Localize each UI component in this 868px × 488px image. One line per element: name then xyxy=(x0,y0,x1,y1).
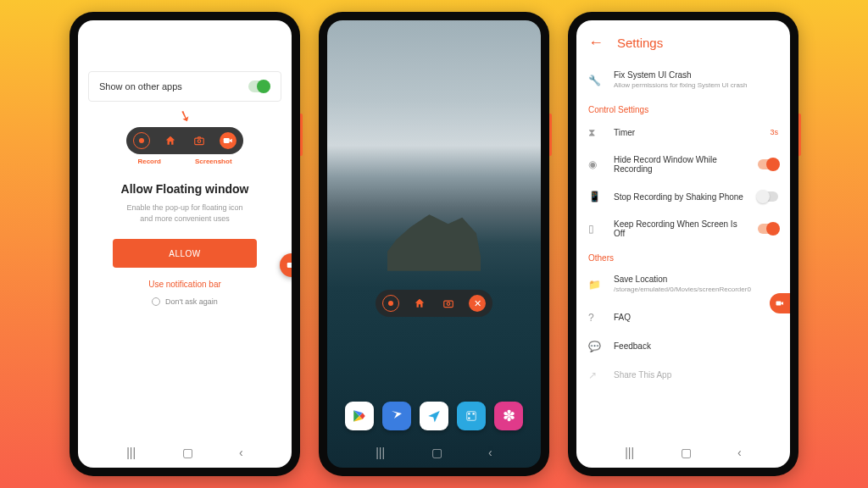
settings-header: ← Settings xyxy=(576,20,790,62)
record-label: Record xyxy=(137,158,161,165)
feedback-label: Feedback xyxy=(614,341,778,351)
svg-rect-7 xyxy=(468,413,470,414)
save-location-title: Save Location xyxy=(614,274,778,284)
feedback-row[interactable]: 💬 Feedback xyxy=(576,332,790,361)
shake-label: Stop Recording by Shaking Phone xyxy=(614,192,746,202)
save-location-path: /storage/emulated/0/Movies/screenRecorde… xyxy=(614,286,778,294)
settings-title: Settings xyxy=(617,36,663,50)
close-icon[interactable]: ✕ xyxy=(469,295,486,312)
phone-frame-1: Show on other apps ➘ Record Screenshot xyxy=(70,12,300,476)
shake-toggle[interactable] xyxy=(758,191,778,202)
dock-app-4[interactable] xyxy=(457,402,486,430)
floating-toolbar[interactable]: ✕ xyxy=(376,290,492,317)
share-icon: ↗ xyxy=(588,369,602,381)
nav-recents-icon[interactable]: ||| xyxy=(625,446,634,459)
cliff-shape xyxy=(387,208,481,271)
nav-back-icon[interactable]: ‹ xyxy=(239,446,243,459)
home-icon[interactable] xyxy=(411,295,428,312)
dock-app-3[interactable] xyxy=(420,402,448,430)
nav-home-icon[interactable]: ▢ xyxy=(431,446,442,459)
show-on-other-apps-card[interactable]: Show on other apps xyxy=(88,71,281,102)
dock-app-play-store[interactable] xyxy=(345,402,374,430)
allow-floating-title: Allow Floating window xyxy=(121,182,249,196)
screen-off-icon: ▯ xyxy=(588,223,602,235)
svg-rect-9 xyxy=(468,418,470,419)
app-dock: ✽ xyxy=(327,402,541,430)
hourglass-icon: ⧗ xyxy=(588,126,602,138)
control-settings-header: Control Settings xyxy=(576,98,790,118)
overlay-toggle[interactable] xyxy=(248,80,270,92)
show-on-apps-label: Show on other apps xyxy=(99,81,182,92)
phone-shake-icon: 📱 xyxy=(588,191,602,202)
wrench-icon: 🔧 xyxy=(588,75,602,86)
allow-floating-desc: Enable the pop-up for floating icon and … xyxy=(121,202,248,224)
keep-recording-row[interactable]: ▯ Keep Recording When Screen Is Off xyxy=(576,211,790,247)
camera-icon[interactable] xyxy=(191,132,208,149)
keep-recording-label: Keep Recording When Screen Is Off xyxy=(614,219,746,238)
fix-crash-title: Fix System UI Crash xyxy=(614,70,778,80)
nav-bar: ||| ▢ ‹ xyxy=(78,437,292,468)
wallpaper xyxy=(327,20,541,468)
nav-home-icon[interactable]: ▢ xyxy=(681,446,692,459)
help-icon: ? xyxy=(588,312,602,324)
timer-label: Timer xyxy=(614,128,758,137)
dont-ask-label: Don't ask again xyxy=(165,297,218,306)
chat-icon: 💬 xyxy=(588,341,602,352)
folder-icon: 📁 xyxy=(588,279,602,291)
hide-window-toggle[interactable] xyxy=(758,159,778,169)
svg-rect-4 xyxy=(444,301,453,308)
fix-crash-sub: Allow permissions for fixing System UI c… xyxy=(614,81,778,90)
dock-app-5[interactable]: ✽ xyxy=(494,402,523,430)
svg-point-1 xyxy=(198,140,201,143)
fix-crash-row[interactable]: 🔧 Fix System UI Crash Allow permissions … xyxy=(576,62,790,98)
svg-rect-0 xyxy=(195,138,204,145)
phone-frame-2: ✕ ✽ ||| ▢ ‹ xyxy=(319,12,549,476)
pill-labels: Record Screenshot xyxy=(137,158,231,165)
svg-point-5 xyxy=(447,302,450,306)
faq-row[interactable]: ? FAQ xyxy=(576,303,790,332)
nav-recents-icon[interactable]: ||| xyxy=(376,446,385,459)
screen-3: ← Settings 🔧 Fix System UI Crash Allow p… xyxy=(576,20,790,468)
back-icon[interactable]: ← xyxy=(588,34,604,52)
svg-rect-8 xyxy=(473,413,475,414)
dont-ask-checkbox[interactable] xyxy=(152,297,160,306)
timer-value: 3s xyxy=(770,128,778,136)
nav-bar: ||| ▢ ‹ xyxy=(576,437,790,468)
hide-window-label: Hide Record Window While Recording xyxy=(614,155,746,174)
svg-rect-10 xyxy=(776,302,782,306)
screen-1: Show on other apps ➘ Record Screenshot xyxy=(78,20,292,468)
svg-rect-2 xyxy=(224,138,230,143)
screenshot-label: Screenshot xyxy=(195,158,232,165)
camera-icon[interactable] xyxy=(440,295,457,312)
dock-app-2[interactable] xyxy=(382,402,411,430)
share-label: Share This App xyxy=(614,370,778,380)
others-header: Others xyxy=(576,247,790,266)
video-icon[interactable] xyxy=(220,132,236,149)
floating-video-fab[interactable] xyxy=(770,293,790,313)
faq-label: FAQ xyxy=(614,313,778,322)
nav-back-icon[interactable]: ‹ xyxy=(737,446,742,459)
nav-bar: ||| ▢ ‹ xyxy=(327,437,541,468)
timer-row[interactable]: ⧗ Timer 3s xyxy=(576,118,790,147)
keep-recording-toggle[interactable] xyxy=(758,224,778,234)
save-location-row[interactable]: 📁 Save Location /storage/emulated/0/Movi… xyxy=(576,266,790,302)
hide-window-row[interactable]: ◉ Hide Record Window While Recording xyxy=(576,147,790,182)
home-icon[interactable] xyxy=(162,132,179,149)
record-icon[interactable] xyxy=(382,295,399,312)
svg-rect-3 xyxy=(287,263,292,268)
nav-back-icon[interactable]: ‹ xyxy=(488,446,492,459)
shake-row[interactable]: 📱 Stop Recording by Shaking Phone xyxy=(576,182,790,211)
allow-button[interactable]: ALLOW xyxy=(113,239,257,268)
eye-icon: ◉ xyxy=(588,158,602,170)
phone-frame-3: ← Settings 🔧 Fix System UI Crash Allow p… xyxy=(568,12,798,476)
pointer-arrow-icon: ➘ xyxy=(175,105,194,127)
record-icon[interactable] xyxy=(133,132,150,149)
floating-toolbar xyxy=(126,127,243,154)
screen-2: ✕ ✽ ||| ▢ ‹ xyxy=(327,20,541,468)
dont-ask-row[interactable]: Don't ask again xyxy=(152,297,218,306)
use-notification-link[interactable]: Use notification bar xyxy=(148,280,221,289)
nav-recents-icon[interactable]: ||| xyxy=(126,446,136,459)
share-row[interactable]: ↗ Share This App xyxy=(576,361,790,390)
nav-home-icon[interactable]: ▢ xyxy=(182,446,193,459)
